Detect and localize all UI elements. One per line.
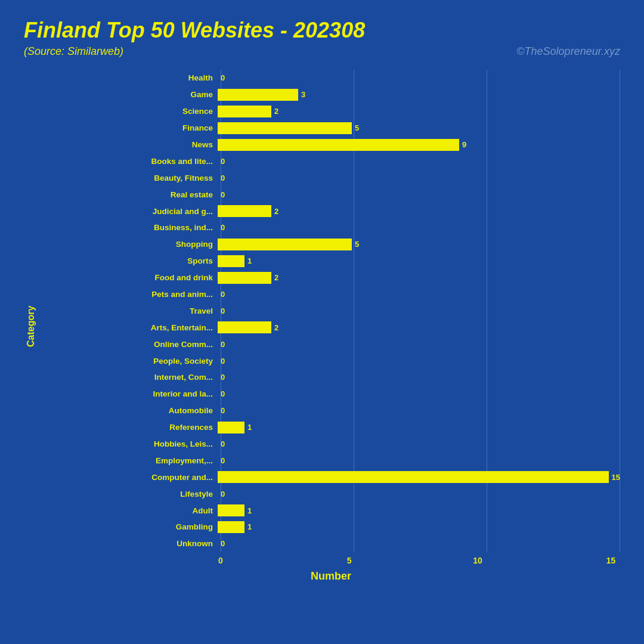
bar-value: 0	[221, 373, 225, 382]
bar-row: Real estate0	[42, 187, 620, 202]
bar-value: 3	[301, 90, 305, 99]
bar-value: 5	[355, 123, 359, 132]
bar-label: Arts, Entertain...	[42, 323, 218, 332]
bar	[218, 272, 271, 284]
bar-row: Computer and...15	[42, 469, 620, 485]
bar-row: Health0	[42, 70, 620, 86]
bar	[218, 122, 352, 134]
bar	[218, 504, 244, 516]
bar-label: Travel	[42, 306, 218, 315]
bar-label: Computer and...	[42, 473, 218, 482]
bar	[218, 205, 271, 217]
bar-value: 0	[221, 73, 225, 82]
bar-value: 15	[612, 473, 620, 482]
bar-label: Beauty, Fitness	[42, 174, 218, 182]
bar-row: News9	[42, 137, 620, 153]
bar-label: Pets and anim...	[42, 290, 218, 299]
bar-label: Lifestyle	[42, 490, 218, 499]
bar-value: 2	[274, 273, 278, 282]
bar-container: 2	[218, 106, 620, 117]
bar-container: 0	[218, 538, 620, 550]
bar-rows: Health0Game3Science2Finance5News9Books a…	[42, 70, 620, 552]
bar-value: 0	[221, 157, 225, 166]
bar-value: 0	[221, 490, 225, 499]
bar-container: 3	[218, 89, 620, 101]
bar-container: 5	[218, 239, 620, 250]
bar	[218, 321, 271, 333]
bar-row: Sports1	[42, 253, 620, 269]
bar-row: Online Comm...0	[42, 336, 620, 352]
bar-label: Food and drink	[42, 273, 218, 282]
bar	[218, 106, 271, 117]
x-tick: 0	[218, 556, 223, 565]
bar-label: Interior and la...	[42, 389, 218, 398]
bar-container: 0	[218, 438, 620, 450]
bar-row: Food and drink2	[42, 270, 620, 286]
bar-value: 1	[247, 256, 252, 265]
bar-row: Shopping5	[42, 237, 620, 252]
y-axis-label: Category	[24, 70, 38, 583]
bar	[218, 422, 244, 434]
bar-container: 0	[218, 388, 620, 400]
bar-row: Travel0	[42, 303, 620, 318]
bar-value: 0	[221, 357, 225, 366]
chart-inner: Health0Game3Science2Finance5News9Books a…	[42, 70, 620, 583]
bar-label: Online Comm...	[42, 340, 218, 349]
bar-label: Gambling	[42, 522, 218, 531]
bar-container: 1	[218, 422, 620, 434]
bar-row: Beauty, Fitness0	[42, 170, 620, 185]
bar-container: 0	[218, 488, 620, 500]
bar-value: 0	[221, 306, 225, 315]
bar-label: Science	[42, 107, 218, 116]
bar-container: 0	[218, 338, 620, 350]
chart-title: Finland Top 50 Websites - 202308	[24, 18, 620, 43]
bar-label: Adult	[42, 506, 218, 515]
bar-row: References1	[42, 420, 620, 435]
bar-value: 0	[221, 290, 225, 299]
x-axis-label: Number	[42, 570, 620, 583]
bar-label: Real estate	[42, 190, 218, 199]
bars-and-grid: Health0Game3Science2Finance5News9Books a…	[42, 70, 620, 552]
bar-container: 0	[218, 371, 620, 383]
bar-container: 0	[218, 155, 620, 167]
bar-row: Automobile0	[42, 403, 620, 419]
bar	[218, 139, 459, 151]
bar	[218, 471, 609, 483]
bar-value: 2	[274, 323, 278, 332]
bar-value: 0	[221, 223, 225, 232]
bar-value: 1	[247, 506, 252, 515]
bar-label: References	[42, 423, 218, 432]
x-axis-ticks: 051015	[221, 556, 620, 565]
bar-label: Sports	[42, 256, 218, 265]
bar-label: Finance	[42, 123, 218, 132]
x-tick: 15	[606, 556, 616, 565]
bar-label: Hobbies, Leis...	[42, 439, 218, 448]
bar-value: 2	[274, 107, 278, 116]
bar-container: 0	[218, 172, 620, 184]
bar-label: Business, ind...	[42, 223, 218, 232]
bar	[218, 89, 298, 101]
bar-value: 0	[221, 456, 225, 465]
x-tick: 10	[473, 556, 482, 565]
bar-container: 1	[218, 504, 620, 516]
source-label: (Source: Similarweb)	[24, 45, 123, 58]
bar-container: 0	[218, 289, 620, 301]
bar-container: 0	[218, 72, 620, 84]
x-axis: 051015	[42, 556, 620, 565]
bar-value: 0	[221, 539, 225, 548]
bar-container: 0	[218, 305, 620, 317]
bar-row: Hobbies, Leis...0	[42, 436, 620, 452]
bar	[218, 239, 352, 250]
bar-value: 0	[221, 190, 225, 199]
bar-container: 0	[218, 405, 620, 417]
bar-container: 2	[218, 321, 620, 333]
bar	[218, 255, 244, 267]
bar-value: 9	[462, 140, 466, 149]
bar-container: 5	[218, 122, 620, 134]
bar-value: 0	[221, 389, 225, 398]
bar-label: Health	[42, 73, 218, 82]
bar-row: Unknown0	[42, 536, 620, 552]
bar-container: 0	[218, 454, 620, 466]
bar-row: Gambling1	[42, 519, 620, 535]
bar-value: 2	[274, 207, 278, 216]
